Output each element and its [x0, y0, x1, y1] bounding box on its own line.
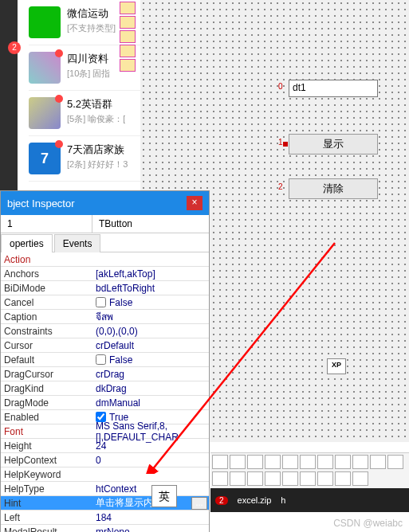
align-icon[interactable] — [247, 455, 263, 469]
property-name: DragKind — [1, 383, 92, 394]
chat-title: 四川资料 — [67, 52, 110, 66]
align-icon[interactable] — [387, 455, 403, 469]
property-name: Cursor — [1, 340, 92, 351]
property-value[interactable]: 0 — [92, 455, 209, 466]
chat-sub: [10条] 固指 — [67, 68, 110, 80]
property-row[interactable]: Hint单击将显示内容... — [1, 496, 209, 510]
property-row[interactable]: DragKinddkDrag — [1, 381, 209, 396]
property-name: HelpKeyword — [1, 469, 92, 480]
property-value[interactable]: bdLeftToRight — [92, 283, 209, 294]
notification-badge[interactable]: 2 — [8, 41, 21, 54]
property-value[interactable]: จีสพ — [92, 309, 209, 324]
component-selector[interactable]: 1 TButton — [1, 215, 209, 233]
download-file[interactable]: excel.zip — [238, 495, 272, 505]
property-row[interactable]: ModalResultmrNone — [1, 525, 209, 532]
property-row[interactable]: Height24 — [1, 439, 209, 453]
property-row[interactable]: Constraints(0,0),(0,0) — [1, 324, 209, 338]
property-row[interactable]: Captionจีสพ — [1, 310, 209, 324]
property-row[interactable]: Action — [1, 252, 209, 267]
property-value[interactable]: dmManual — [92, 397, 209, 409]
property-value[interactable]: crDefault — [92, 340, 209, 351]
align-icon[interactable] — [282, 471, 298, 486]
property-value[interactable]: (0,0),(0,0) — [92, 326, 209, 337]
property-value[interactable]: crDrag — [92, 369, 209, 380]
align-icon[interactable] — [335, 455, 351, 469]
selection-handle[interactable] — [283, 142, 288, 147]
ellipsis-button[interactable]: ... — [191, 497, 207, 510]
property-name: Anchors — [1, 268, 92, 280]
inspector-titlebar[interactable]: bject Inspector × — [1, 191, 209, 215]
property-row[interactable]: BiDiModebdLeftToRight — [1, 281, 209, 295]
component-type: TButton — [92, 215, 139, 233]
property-value[interactable]: False — [92, 354, 209, 366]
property-name: Enabled — [1, 412, 92, 423]
property-name: Constraints — [1, 326, 92, 337]
align-icon[interactable] — [265, 455, 281, 469]
property-name: Caption — [1, 311, 92, 323]
property-row[interactable]: HelpKeyword — [1, 467, 209, 482]
property-row[interactable]: Left184 — [1, 510, 209, 525]
align-icon[interactable] — [300, 471, 316, 486]
property-row[interactable]: DefaultFalse — [1, 353, 209, 367]
download-count: 2 — [215, 496, 228, 505]
tab-properties[interactable]: operties — [1, 234, 53, 252]
avatar — [29, 6, 61, 38]
palette-icon[interactable] — [120, 2, 136, 14]
align-icon[interactable] — [212, 455, 228, 469]
property-row[interactable]: FontMS Sans Serif,8,[],DEFAULT_CHAR — [1, 424, 209, 439]
tab-events[interactable]: Events — [54, 234, 101, 252]
property-value[interactable]: [akLeft,akTop] — [92, 268, 209, 280]
align-icon[interactable] — [352, 471, 368, 486]
align-icon[interactable] — [335, 471, 351, 486]
property-value[interactable]: mrNone — [92, 526, 209, 533]
component-palette[interactable] — [118, 0, 140, 73]
property-row[interactable]: HelpContext0 — [1, 453, 209, 467]
align-icon[interactable] — [212, 471, 228, 486]
align-icon[interactable] — [317, 471, 333, 486]
edit-control[interactable]: 0 dt1 — [289, 80, 378, 97]
align-icon[interactable] — [265, 471, 281, 486]
property-row[interactable]: DragCursorcrDrag — [1, 367, 209, 381]
ime-indicator[interactable]: 英 — [151, 485, 177, 507]
property-name: Cancel — [1, 297, 92, 308]
property-value[interactable]: dkDrag — [92, 383, 209, 394]
alignment-toolbar — [210, 452, 409, 488]
button-control-clear[interactable]: 2 清除 — [289, 178, 378, 199]
property-row[interactable]: CancelFalse — [1, 295, 209, 310]
align-icon[interactable] — [230, 455, 246, 469]
property-value[interactable]: 184 — [92, 512, 209, 523]
property-value[interactable]: False — [92, 297, 209, 308]
property-value[interactable]: htContext — [92, 483, 209, 495]
avatar — [29, 97, 61, 129]
close-icon[interactable]: × — [187, 196, 203, 210]
align-icon[interactable] — [300, 455, 316, 469]
palette-icon[interactable] — [120, 45, 136, 57]
palette-icon[interactable] — [120, 16, 136, 29]
chat-item[interactable]: 5.2英语群 [5条] 喻俊豪：[ — [29, 91, 140, 136]
property-name: Hint — [1, 498, 92, 509]
property-row[interactable]: CursorcrDefault — [1, 338, 209, 353]
property-value[interactable]: 24 — [92, 440, 209, 452]
align-icon[interactable] — [282, 455, 298, 469]
property-row[interactable]: Anchors[akLeft,akTop] — [1, 267, 209, 281]
property-row[interactable]: HelpTypehtContext — [1, 482, 209, 496]
property-checkbox[interactable] — [96, 297, 106, 307]
align-icon[interactable] — [370, 455, 386, 469]
chat-item[interactable]: 7 7天酒店家族 [2条] 好好好！3 — [29, 136, 140, 182]
property-checkbox[interactable] — [96, 354, 106, 365]
palette-icon[interactable] — [120, 30, 136, 43]
align-icon[interactable] — [230, 471, 246, 486]
property-value[interactable]: MS Sans Serif,8,[],DEFAULT_CHAR — [92, 421, 209, 443]
button-control-show[interactable]: 1 显示 — [289, 134, 378, 155]
property-grid[interactable]: ActionAnchors[akLeft,akTop]BiDiModebdLef… — [1, 252, 209, 532]
property-value[interactable]: 单击将显示内容... — [92, 496, 209, 510]
download-bar[interactable]: 2 excel.zip h — [210, 488, 409, 512]
align-icon[interactable] — [352, 455, 368, 469]
property-name: Left — [1, 512, 92, 523]
property-name: HelpType — [1, 483, 92, 495]
xp-manifest-icon[interactable]: XP — [327, 358, 346, 374]
palette-icon[interactable] — [120, 59, 136, 72]
align-icon[interactable] — [317, 455, 333, 469]
property-row[interactable]: DragModedmManual — [1, 396, 209, 410]
align-icon[interactable] — [247, 471, 263, 486]
